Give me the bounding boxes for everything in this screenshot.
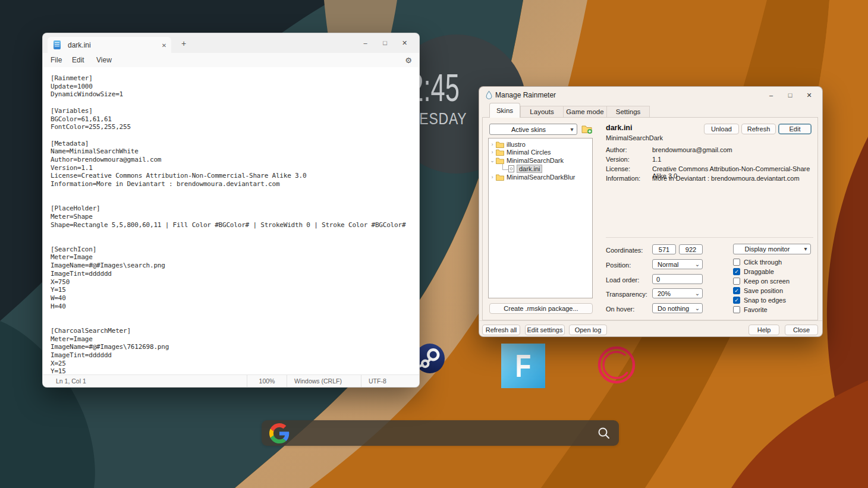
status-line-ending[interactable]: Windows (CRLF)	[287, 375, 361, 387]
chevron-right-icon[interactable]: ›	[489, 149, 496, 155]
coordinate-x-input[interactable]	[652, 244, 676, 254]
chevron-down-icon: ▾	[567, 127, 577, 133]
notepad-editor[interactable]: [Rainmeter] Update=1000 DynamicWindowSiz…	[43, 67, 419, 375]
rainmeter-title-bar: Manage Rainmeter – □ ✕	[479, 87, 822, 103]
folder-open-icon	[496, 158, 504, 164]
position-label: Position:	[606, 262, 631, 269]
coordinates-label: Coordinates:	[606, 247, 643, 254]
manage-rainmeter-window: Manage Rainmeter – □ ✕ Skins Layouts Gam…	[479, 86, 823, 337]
license-label: License:	[606, 165, 630, 172]
edit-settings-button[interactable]: Edit settings	[525, 325, 565, 335]
close-button[interactable]: ✕	[800, 88, 819, 102]
load-order-input[interactable]	[652, 274, 703, 284]
tab-game-mode[interactable]: Game mode	[563, 106, 607, 118]
tab-layouts[interactable]: Layouts	[520, 106, 564, 118]
editor-text: [Rainmeter] Update=1000 DynamicWindowSiz…	[43, 67, 419, 375]
checkbox-keep-on-screen[interactable]: ✓ Keep on screen	[733, 278, 790, 285]
status-encoding[interactable]: UTF-8	[361, 375, 419, 387]
checkbox-icon[interactable]: ✓	[733, 297, 740, 304]
help-button[interactable]: Help	[749, 325, 779, 335]
chevron-right-icon[interactable]: ›	[489, 174, 496, 180]
chevron-down-icon: ⌄	[693, 291, 702, 297]
opera-gx-icon	[596, 345, 637, 385]
checkbox-save-position[interactable]: ✓ Save position	[733, 287, 783, 294]
checkbox-draggable[interactable]: ✓ Draggable	[733, 268, 774, 275]
desktop-icon-fortnite[interactable]: F	[501, 344, 545, 388]
edit-button[interactable]: Edit	[778, 124, 812, 134]
tree-connector	[502, 164, 508, 170]
open-log-button[interactable]: Open log	[569, 325, 607, 335]
active-skins-dropdown[interactable]: Active skins ▾	[489, 124, 577, 135]
tree-item-minimalsearchdark[interactable]: ⌄ MinimalSearchDark	[489, 156, 564, 165]
tree-item-illustro[interactable]: › illustro	[489, 140, 526, 149]
rainmeter-drop-icon	[485, 90, 493, 100]
dropdown-arrow-icon: ▾	[801, 246, 810, 252]
notepad-menu-bar: File Edit View ⚙	[43, 53, 419, 67]
skins-tree[interactable]: › illustro › Minimal Circles ⌄ MinimalSe…	[488, 138, 593, 298]
display-monitor-dropdown[interactable]: Display monitor ▾	[733, 244, 811, 254]
chevron-down-icon[interactable]: ⌄	[489, 158, 496, 163]
menu-file[interactable]: File	[51, 53, 62, 67]
transparency-dropdown[interactable]: 20% ⌄	[652, 288, 703, 298]
maximize-button[interactable]: □	[781, 88, 800, 102]
version-label: Version:	[606, 156, 630, 163]
tab-skins[interactable]: Skins	[489, 103, 520, 118]
fortnite-icon: F	[515, 348, 532, 384]
on-hover-label: On hover:	[606, 306, 634, 313]
folder-icon	[496, 174, 504, 181]
new-tab-button[interactable]: +	[178, 38, 189, 49]
minimize-button[interactable]: –	[762, 88, 781, 102]
notepad-tab-title: dark.ini	[68, 41, 91, 49]
checkbox-icon[interactable]: ✓	[733, 268, 740, 275]
close-button-footer[interactable]: Close	[785, 325, 818, 335]
chevron-down-icon: ⌄	[693, 262, 702, 267]
unload-button[interactable]: Unload	[704, 124, 739, 134]
tree-item-minimal-circles[interactable]: › Minimal Circles	[489, 148, 551, 156]
selected-skin-file: dark.ini	[606, 124, 632, 132]
menu-view[interactable]: View	[96, 53, 112, 67]
search-icon[interactable]	[597, 427, 611, 440]
settings-gear-icon[interactable]: ⚙	[404, 53, 413, 67]
status-zoom-level[interactable]: 100%	[247, 375, 287, 387]
checkbox-snap-to-edges[interactable]: ✓ Snap to edges	[733, 297, 786, 304]
notepad-status-bar: Ln 1, Col 1 100% Windows (CRLF) UTF-8	[43, 374, 419, 387]
google-search-input[interactable]	[295, 424, 592, 443]
notepad-tab-darkini[interactable]: dark.ini ✕	[48, 37, 171, 53]
settings-separator	[606, 237, 813, 238]
menu-edit[interactable]: Edit	[72, 53, 84, 67]
on-hover-dropdown[interactable]: Do nothing ⌄	[652, 303, 703, 313]
author-label: Author:	[606, 146, 627, 153]
checkbox-icon[interactable]: ✓	[733, 278, 740, 285]
folder-icon	[496, 141, 504, 148]
tree-item-darkini[interactable]: dark.ini	[489, 165, 542, 173]
desktop-icon-opera-gx[interactable]	[596, 345, 637, 385]
tree-item-minimalsearchdarkblur[interactable]: › MinimalSearchDarkBlur	[489, 173, 575, 181]
checkbox-icon[interactable]: ✓	[733, 287, 740, 294]
checkbox-icon[interactable]: ✓	[733, 306, 740, 313]
author-value: brendowmoura@gmail.com	[652, 146, 732, 153]
open-skins-folder-icon[interactable]	[581, 124, 593, 134]
checkbox-click-through[interactable]: ✓ Click through	[733, 259, 782, 266]
maximize-button[interactable]: □	[375, 35, 395, 51]
google-search-bar[interactable]	[262, 420, 619, 446]
checkbox-icon[interactable]: ✓	[733, 259, 740, 266]
refresh-all-button[interactable]: Refresh all	[482, 325, 520, 335]
close-button[interactable]: ✕	[395, 35, 414, 51]
tab-settings[interactable]: Settings	[606, 106, 650, 118]
load-order-label: Load order:	[606, 276, 639, 284]
notepad-window: dark.ini ✕ + – □ ✕ File Edit View ⚙ [Rai…	[42, 33, 420, 388]
refresh-button[interactable]: Refresh	[741, 124, 776, 134]
window-title: Manage Rainmeter	[495, 91, 556, 99]
status-cursor-position: Ln 1, Col 1	[43, 377, 86, 385]
chevron-right-icon[interactable]: ›	[489, 141, 496, 147]
checkbox-favorite[interactable]: ✓ Favorite	[733, 306, 768, 313]
notepad-file-icon	[54, 40, 61, 49]
coordinate-y-input[interactable]	[679, 244, 703, 254]
tab-close-icon[interactable]: ✕	[159, 40, 169, 50]
transparency-label: Transparency:	[606, 291, 647, 298]
position-dropdown[interactable]: Normal ⌄	[652, 259, 703, 269]
create-rmskin-package-button[interactable]: Create .rmskin package...	[489, 303, 593, 314]
information-value: More in Deviantart : brendowmoura.devian…	[652, 175, 800, 182]
minimize-button[interactable]: –	[356, 35, 375, 51]
version-value: 1.1	[652, 156, 661, 163]
